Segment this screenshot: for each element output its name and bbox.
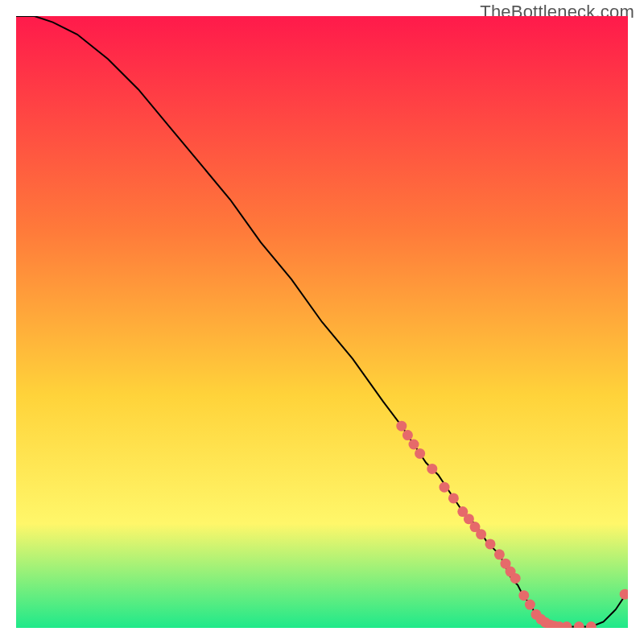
data-marker	[518, 590, 529, 601]
data-marker	[494, 549, 505, 559]
data-marker	[427, 464, 437, 474]
data-marker	[409, 440, 419, 450]
data-marker	[402, 430, 413, 440]
chart-plot	[16, 16, 628, 628]
data-marker	[396, 421, 407, 431]
data-marker	[510, 573, 521, 584]
data-marker	[415, 448, 425, 459]
chart-stage: TheBottleneck.com	[0, 0, 644, 644]
chart-svg	[16, 16, 628, 628]
data-marker	[448, 493, 459, 503]
data-marker	[525, 600, 535, 610]
data-marker	[476, 529, 486, 539]
data-marker	[485, 539, 496, 549]
data-marker	[440, 482, 450, 493]
